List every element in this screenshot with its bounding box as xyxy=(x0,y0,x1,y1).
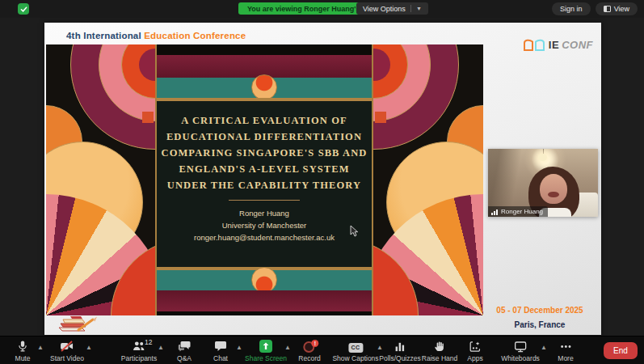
more-label: More xyxy=(558,354,573,362)
show-captions-label: Show Captions xyxy=(332,354,378,362)
apps-icon xyxy=(469,340,482,353)
polls-quizzes-label: Polls/Quizzes xyxy=(379,354,421,362)
slide-title-line: UNDER THE CAPABILITY THEORY xyxy=(157,177,372,193)
qa-bubbles-icon xyxy=(178,340,191,353)
record-alert-badge: ! xyxy=(312,340,319,347)
maroon-band-bottom xyxy=(157,290,372,311)
conference-location: Paris, France xyxy=(463,320,617,329)
participants-icon: 12 xyxy=(133,340,145,353)
mouse-cursor xyxy=(350,225,359,237)
sun-medallion-bottom xyxy=(251,267,277,293)
chevron-up-icon[interactable]: ▲ xyxy=(284,344,291,351)
captions-icon: CC xyxy=(348,340,363,353)
layout-view-icon xyxy=(604,6,611,12)
participants-label: Participants xyxy=(121,354,157,362)
chevron-up-icon[interactable]: ▲ xyxy=(158,344,164,351)
share-screen-button[interactable]: Share Screen xyxy=(245,340,287,362)
participant-face xyxy=(540,174,567,204)
chevron-up-icon[interactable]: ▲ xyxy=(86,344,92,351)
ellipsis-icon xyxy=(559,340,572,353)
chevron-up-icon[interactable]: ▲ xyxy=(236,344,242,351)
raise-hand-icon xyxy=(433,340,445,353)
divider xyxy=(410,5,411,12)
conference-dates: 05 - 07 December 2025 xyxy=(463,306,617,315)
apps-button[interactable]: Apps xyxy=(467,340,482,362)
books-pencil-illustration xyxy=(54,314,101,333)
camera-off-icon xyxy=(61,340,74,353)
apps-label: Apps xyxy=(467,354,482,362)
microphone-icon xyxy=(17,340,29,353)
slide-center-panel: A CRITICAL EVALUATION OF EDUCATIONAL DIF… xyxy=(155,44,373,315)
slide-corner-square-right xyxy=(375,112,386,123)
top-bar: You are viewing Ronger Huang's screen Vi… xyxy=(0,0,644,18)
chat-label: Chat xyxy=(213,354,228,362)
record-button[interactable]: ! Record xyxy=(298,340,320,362)
chevron-down-icon: ▼ xyxy=(416,6,422,11)
record-label: Record xyxy=(298,354,320,362)
author-name: Ronger Huang xyxy=(157,207,372,219)
sun-medallion-top xyxy=(251,74,277,100)
share-screen-icon xyxy=(259,340,272,353)
chat-button[interactable]: Chat xyxy=(213,340,228,362)
view-button-label: View xyxy=(614,5,629,13)
ceiling-lamp xyxy=(538,154,547,161)
whiteboards-label: Whiteboards xyxy=(501,354,540,362)
open-book-icon xyxy=(522,36,546,53)
qa-label: Q&A xyxy=(177,354,192,362)
logo-text-ie: IE xyxy=(549,39,559,51)
chevron-up-icon[interactable]: ▲ xyxy=(541,344,547,351)
more-button[interactable]: More xyxy=(558,340,573,362)
raise-hand-button[interactable]: Raise Hand xyxy=(422,340,457,362)
participant-name-tag: Ronger Huang xyxy=(488,206,548,217)
end-button[interactable]: End xyxy=(604,342,638,359)
conference-header-prefix: 4th International xyxy=(66,31,144,40)
qa-button[interactable]: Q&A xyxy=(177,340,192,362)
presentation-slide: A CRITICAL EVALUATION OF EDUCATIONAL DIF… xyxy=(46,44,483,315)
mute-button[interactable]: Mute xyxy=(15,340,31,362)
participant-video[interactable]: Ronger Huang xyxy=(488,149,598,217)
slide-title-line: A CRITICAL EVALUATION OF xyxy=(157,112,372,129)
view-options-label: View Options xyxy=(363,5,406,13)
whiteboard-icon xyxy=(514,340,527,353)
participants-count: 12 xyxy=(145,338,152,346)
whiteboards-button[interactable]: Whiteboards xyxy=(501,340,540,362)
conference-header-highlight: Education Conference xyxy=(144,31,246,40)
record-icon: ! xyxy=(304,340,316,353)
slide-corner-square-left xyxy=(142,112,154,123)
participant-name: Ronger Huang xyxy=(501,208,543,215)
mute-label: Mute xyxy=(15,354,31,362)
chat-bubble-icon xyxy=(214,340,227,353)
author-block: Ronger Huang University of Manchester ro… xyxy=(157,207,372,243)
share-screen-label: Share Screen xyxy=(245,354,287,362)
slide-title-line: ENGLAND'S A-LEVEL SYSTEM xyxy=(157,161,372,177)
zoom-window: You are viewing Ronger Huang's screen Vi… xyxy=(0,0,644,364)
slide-title: A CRITICAL EVALUATION OF EDUCATIONAL DIF… xyxy=(157,101,372,193)
top-bar-right: Sign in View xyxy=(552,2,638,15)
show-captions-button[interactable]: CC Show Captions xyxy=(332,340,378,362)
start-video-button[interactable]: Start Video xyxy=(50,340,84,362)
check-icon xyxy=(20,6,27,13)
title-panel: A CRITICAL EVALUATION OF EDUCATIONAL DIF… xyxy=(157,101,372,267)
chevron-up-icon[interactable]: ▲ xyxy=(37,344,44,351)
meeting-stage: 4th International Education Conference I… xyxy=(0,18,644,336)
signal-bars-icon xyxy=(491,209,499,215)
bar-chart-icon xyxy=(394,340,406,353)
meeting-toolbar: Mute ▲ Start Video ▲ 1 xyxy=(0,336,644,364)
security-shield-icon[interactable] xyxy=(18,3,29,15)
view-options-button[interactable]: View Options ▼ xyxy=(356,2,428,15)
sign-in-button[interactable]: Sign in xyxy=(552,2,591,15)
participants-button[interactable]: 12 Participants xyxy=(121,340,157,362)
slide-title-line: COMPARING SINGAPORE'S SBB AND xyxy=(157,145,372,161)
logo-text-conf: CONF xyxy=(562,39,593,51)
author-email: ronger.huang@student.manchester.ac.uk xyxy=(157,231,372,243)
polls-quizzes-button[interactable]: Polls/Quizzes xyxy=(379,340,421,362)
conference-header: 4th International Education Conference xyxy=(66,31,246,40)
slide-title-line: EDUCATIONAL DIFFERENTIATION xyxy=(157,129,372,145)
view-button[interactable]: View xyxy=(596,2,638,15)
author-affiliation: University of Manchester xyxy=(157,219,372,231)
title-divider xyxy=(229,200,300,201)
ieconf-logo: IECONF xyxy=(522,36,593,53)
start-video-label: Start Video xyxy=(50,354,84,362)
conference-footer: 05 - 07 December 2025 Paris, France xyxy=(463,306,617,329)
raise-hand-label: Raise Hand xyxy=(422,354,457,362)
